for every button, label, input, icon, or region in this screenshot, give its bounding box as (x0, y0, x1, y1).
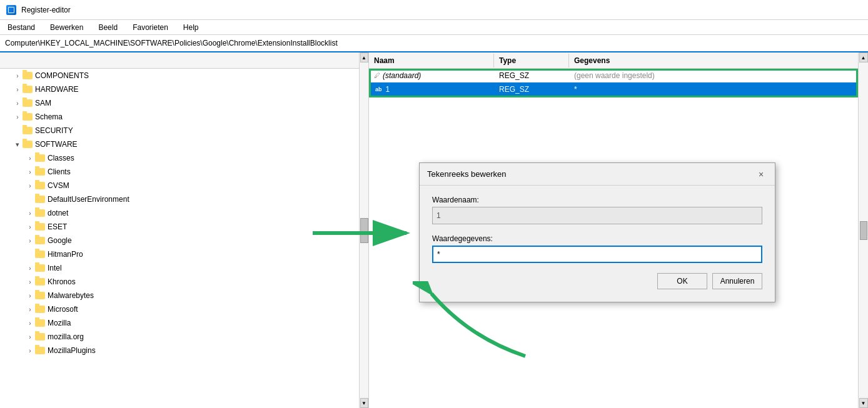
expand-arrow-malwarebytes: › (25, 292, 35, 299)
dialog-close-button[interactable]: × (755, 168, 767, 181)
scroll-thumb[interactable] (360, 218, 368, 243)
tree-item-dotnet[interactable]: › dotnet (0, 206, 359, 220)
tree-item-microsoft[interactable]: › Microsoft (0, 302, 359, 316)
folder-icon-cvsm (35, 182, 45, 189)
tree-item-malwarebytes[interactable]: › Malwarebytes (0, 289, 359, 302)
tree-item-mozillaplugins[interactable]: › MozillaPlugins (0, 344, 359, 357)
ok-button[interactable]: OK (657, 273, 707, 289)
tree-label-software: SOFTWARE (35, 140, 78, 149)
folder-icon-clients (35, 168, 45, 176)
tree-item-mozilla[interactable]: › Mozilla (0, 316, 359, 330)
menu-favorieten[interactable]: Favorieten (130, 22, 171, 33)
expand-arrow-dotnet: › (25, 210, 35, 217)
expand-arrow-khronos: › (25, 279, 35, 286)
waardenaam-label: Waardenaam: (432, 196, 762, 204)
tree-item-eset[interactable]: › ESET (0, 220, 359, 234)
tree-item-security[interactable]: › SECURITY (0, 124, 359, 137)
dialog-titlebar: Tekenreeks bewerken × (420, 163, 775, 186)
col-header-gegevens: Gegevens (569, 54, 694, 67)
col-header-type: Type (494, 54, 569, 67)
tree-item-schema[interactable]: › Schema (0, 110, 359, 124)
folder-icon-schema (23, 113, 33, 121)
values-scroll-thumb[interactable] (860, 221, 867, 240)
value1-gegevens: * (569, 84, 868, 95)
scroll-up-btn[interactable]: ▲ (360, 52, 368, 62)
expand-arrow-google: › (25, 237, 35, 244)
expand-arrow-mozilla: › (25, 320, 35, 327)
folder-icon-security (23, 127, 33, 134)
folder-icon-hitmanpro (35, 251, 45, 258)
values-scrollbar[interactable]: ▲ ▼ (858, 52, 868, 408)
expand-arrow-eset: › (25, 224, 35, 231)
expand-arrow-intel: › (25, 265, 35, 272)
expand-arrow-mozilla-org: › (25, 334, 35, 341)
annuleren-button[interactable]: Annuleren (712, 273, 762, 289)
value-row-1[interactable]: ab 1 REG_SZ * (369, 82, 868, 96)
values-scroll-down[interactable]: ▼ (859, 398, 868, 408)
folder-icon-khronos (35, 278, 45, 286)
waardegegevens-input[interactable] (432, 246, 762, 263)
tree-label-sam: SAM (35, 99, 51, 107)
tree-item-software[interactable]: ▾ SOFTWARE (0, 137, 359, 151)
values-headers: Naam Type Gegevens (369, 52, 868, 69)
tree-item-classes[interactable]: › Classes (0, 151, 359, 165)
default-value-icon: 🖊 (374, 72, 380, 79)
folder-icon-components (23, 72, 33, 79)
tree-scrollbar[interactable]: ▲ ▼ (360, 52, 369, 408)
tree-label-schema: Schema (35, 112, 63, 121)
scroll-down-btn[interactable]: ▼ (360, 398, 368, 408)
menu-beeld[interactable]: Beeld (96, 22, 120, 33)
default-value-gegevens: (geen waarde ingesteld) (569, 70, 868, 81)
col-header-naam: Naam (369, 54, 494, 67)
tree-label-malwarebytes: Malwarebytes (48, 291, 94, 300)
tree-item-google[interactable]: › Google (0, 234, 359, 247)
tree-label-mozilla: Mozilla (48, 319, 71, 327)
tree-item-khronos[interactable]: › Khronos (0, 275, 359, 289)
folder-icon-intel (35, 264, 45, 272)
tree-col-naam (0, 58, 359, 63)
folder-icon-malwarebytes (35, 292, 45, 299)
address-path: Computer\HKEY_LOCAL_MACHINE\SOFTWARE\Pol… (5, 39, 338, 47)
expand-arrow-software: ▾ (13, 141, 23, 149)
tree-label-mozillaplugins: MozillaPlugins (48, 346, 96, 355)
folder-icon-sam (23, 99, 33, 107)
waardegegevens-field-group: Waardegegevens: (432, 234, 762, 263)
values-scroll-up[interactable]: ▲ (859, 52, 868, 62)
tree-label-hitmanpro: HitmanPro (48, 250, 83, 259)
tree-item-clients[interactable]: › Clients (0, 165, 359, 179)
tree-item-mozilla-org[interactable]: › mozilla.org (0, 330, 359, 344)
folder-icon-defaultuserenvironment (35, 196, 45, 203)
menu-bewerken[interactable]: Bewerken (48, 22, 86, 33)
tree-item-sam[interactable]: › SAM (0, 96, 359, 110)
tree-panel: › COMPONENTS › HARDWARE › SAM › Schema ›… (0, 52, 360, 408)
waardegegevens-label: Waardegegevens: (432, 234, 762, 243)
tree-item-defaultuserenvironment[interactable]: › DefaultUserEnvironment (0, 192, 359, 206)
tree-item-hitmanpro[interactable]: › HitmanPro (0, 247, 359, 261)
tree-item-intel[interactable]: › Intel (0, 261, 359, 275)
menu-bestand[interactable]: Bestand (5, 22, 38, 33)
folder-icon-software (23, 141, 33, 148)
app-icon (6, 5, 16, 15)
address-bar: Computer\HKEY_LOCAL_MACHINE\SOFTWARE\Pol… (0, 35, 868, 52)
tree-item-cvsm[interactable]: › CVSM (0, 179, 359, 192)
tree-label-clients: Clients (48, 167, 71, 176)
menu-bar: Bestand Bewerken Beeld Favorieten Help (0, 20, 868, 35)
value-row-default[interactable]: 🖊 (standaard) REG_SZ (geen waarde ingest… (369, 69, 868, 82)
ab-icon-value1: ab (374, 86, 383, 93)
waardenaam-input[interactable] (432, 207, 762, 224)
expand-arrow-components: › (13, 72, 23, 79)
dialog-buttons: OK Annuleren (432, 273, 762, 289)
tree-label-khronos: Khronos (48, 277, 76, 286)
value1-type: REG_SZ (494, 84, 569, 95)
expand-arrow-hardware: › (13, 86, 23, 93)
tree-label-components: COMPONENTS (35, 71, 89, 80)
folder-icon-mozillaplugins (35, 347, 45, 354)
tree-item-components[interactable]: › COMPONENTS (0, 69, 359, 82)
tree-item-hardware[interactable]: › HARDWARE (0, 82, 359, 96)
menu-help[interactable]: Help (181, 22, 201, 33)
expand-arrow-classes: › (25, 155, 35, 162)
title-bar: Register-editor (0, 0, 868, 20)
dialog-body: Waardenaam: Waardegegevens: OK Annuleren (420, 186, 775, 302)
tree-header (0, 52, 359, 69)
waardenaam-field-group: Waardenaam: (432, 196, 762, 224)
